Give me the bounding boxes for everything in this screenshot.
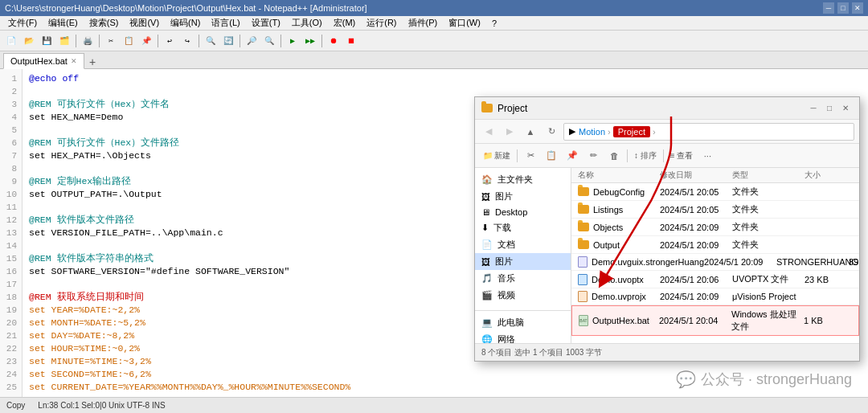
save-button[interactable]: 💾 bbox=[39, 33, 55, 49]
line-number: 17 bbox=[5, 278, 17, 291]
fe-sidebar: 🏠 主文件夹 🖼 图片 🖥 Desktop ⬇ 下载 📄 文档 🖼 图片 bbox=[475, 168, 571, 343]
menu-macro[interactable]: 宏(M) bbox=[329, 17, 361, 29]
fe-cut-btn[interactable]: ✂ bbox=[521, 146, 540, 166]
list-item[interactable]: Demo.uvguix.strongerHuang 2024/5/1 20:09… bbox=[571, 254, 859, 271]
new-button[interactable]: 📄 bbox=[3, 33, 19, 49]
fe-sort-btn[interactable]: ↕ 排序 bbox=[631, 146, 660, 166]
list-item[interactable]: Demo.uvprojx 2024/5/1 20:09 μVision5 Pro… bbox=[571, 288, 859, 305]
line-number: 10 bbox=[5, 188, 17, 201]
menu-plugins[interactable]: 插件(P) bbox=[403, 17, 443, 29]
menu-file[interactable]: 文件(F) bbox=[3, 17, 42, 29]
tab-close-icon[interactable]: ✕ bbox=[71, 57, 77, 65]
breadcrumb-project[interactable]: Project bbox=[613, 126, 650, 137]
fe-rename-btn[interactable]: ✏ bbox=[583, 146, 603, 166]
fe-minimize-button[interactable]: ─ bbox=[806, 101, 821, 116]
sidebar-item-desktop[interactable]: 🖥 Desktop bbox=[475, 205, 571, 219]
file-name-text: Output bbox=[593, 240, 620, 250]
zoom-in-button[interactable]: 🔎 bbox=[244, 33, 260, 49]
line-number: 18 bbox=[5, 291, 17, 304]
minimize-button[interactable]: ─ bbox=[823, 2, 834, 14]
save-all-button[interactable]: 🗂️ bbox=[56, 33, 72, 49]
find-button[interactable]: 🔍 bbox=[203, 33, 219, 49]
fe-copy-btn[interactable]: 📋 bbox=[542, 146, 561, 166]
file-type: 文件夹 bbox=[732, 221, 805, 233]
menu-search[interactable]: 搜索(S) bbox=[84, 17, 124, 29]
folder-icon bbox=[578, 240, 589, 249]
menu-tools[interactable]: 工具(O) bbox=[287, 17, 327, 29]
list-item[interactable]: Objects 2024/5/1 20:09 文件夹 bbox=[571, 219, 859, 236]
menu-help[interactable]: ? bbox=[487, 18, 502, 28]
maximize-button[interactable]: □ bbox=[837, 2, 849, 14]
gallery-icon: 🖼 bbox=[481, 192, 490, 202]
menu-window[interactable]: 窗口(W) bbox=[444, 17, 485, 29]
watermark-text: 公众号 · strongerHuang bbox=[701, 370, 852, 389]
line-number: 4 bbox=[5, 111, 17, 124]
fe-maximize-button[interactable]: □ bbox=[822, 101, 837, 116]
stop-button[interactable]: ⏹ bbox=[343, 33, 359, 49]
sidebar-item-downloads[interactable]: ⬇ 下载 bbox=[475, 219, 571, 236]
run-all-button[interactable]: ▶▶ bbox=[302, 33, 318, 49]
redo-button[interactable]: ↪ bbox=[179, 33, 195, 49]
breadcrumb-motion[interactable]: Motion bbox=[579, 127, 605, 137]
fe-new-icon: 📁 bbox=[483, 151, 493, 160]
window-title: C:\Users\strongerHuang\Desktop\Motion\Pr… bbox=[5, 3, 367, 13]
replace-button[interactable]: 🔄 bbox=[220, 33, 236, 49]
file-icon bbox=[578, 256, 588, 268]
record-button[interactable]: ⏺ bbox=[326, 33, 342, 49]
list-item[interactable]: Output 2024/5/1 20:09 文件夹 bbox=[571, 236, 859, 254]
paste-button[interactable]: 📌 bbox=[138, 33, 154, 49]
menu-edit[interactable]: 编辑(E) bbox=[43, 17, 83, 29]
file-modified: 2024/5/1 20:09 bbox=[704, 257, 776, 267]
sidebar-item-pictures[interactable]: 🖼 图片 bbox=[475, 253, 571, 270]
file-modified: 2024/5/1 20:06 bbox=[660, 275, 732, 284]
sidebar-item-videos[interactable]: 🎬 视频 bbox=[475, 287, 571, 304]
copy-button[interactable]: 📋 bbox=[121, 33, 137, 49]
print-button[interactable]: 🖨️ bbox=[80, 33, 96, 49]
menu-encode[interactable]: 编码(N) bbox=[166, 17, 205, 29]
fe-view-btn[interactable]: ≡ 查看 bbox=[667, 146, 697, 166]
tab-outputhex[interactable]: OutputHex.bat ✕ bbox=[3, 53, 84, 69]
menu-settings[interactable]: 设置(T) bbox=[247, 17, 285, 29]
list-item[interactable]: Listings 2024/5/1 20:05 文件夹 bbox=[571, 201, 859, 219]
fe-more-btn[interactable]: ··· bbox=[698, 146, 717, 166]
undo-button[interactable]: ↩ bbox=[162, 33, 178, 49]
run-button[interactable]: ▶ bbox=[285, 33, 301, 49]
pictures-icon: 🖼 bbox=[481, 257, 490, 267]
home-icon: 🏠 bbox=[481, 174, 493, 185]
fe-delete-btn[interactable]: 🗑 bbox=[604, 146, 624, 166]
fe-refresh-button[interactable]: ↻ bbox=[542, 123, 560, 141]
fe-back-button[interactable]: ◀ bbox=[480, 123, 497, 141]
fe-forward-button[interactable]: ▶ bbox=[501, 123, 518, 141]
list-item[interactable]: DebugConfig 2024/5/1 20:05 文件夹 bbox=[571, 183, 859, 201]
breadcrumb-icon: ▶ bbox=[569, 126, 575, 137]
sidebar-section-network: 💻 此电脑 🌐 网络 bbox=[475, 310, 571, 343]
fe-up-button[interactable]: ▲ bbox=[522, 123, 539, 141]
sidebar-item-desktop-label: Desktop bbox=[495, 207, 527, 217]
sidebar-item-documents[interactable]: 📄 文档 bbox=[475, 236, 571, 253]
fe-tb-sep3 bbox=[663, 149, 664, 162]
menu-run[interactable]: 运行(R) bbox=[362, 17, 401, 29]
desktop-icon: 🖥 bbox=[481, 207, 490, 217]
menu-view[interactable]: 视图(V) bbox=[125, 17, 164, 29]
sidebar-item-gallery[interactable]: 🖼 图片 bbox=[475, 188, 571, 205]
fe-new-button[interactable]: 📁 新建 bbox=[480, 146, 514, 166]
close-button[interactable]: ✕ bbox=[852, 2, 863, 14]
sidebar-item-thispc[interactable]: 💻 此电脑 bbox=[475, 314, 571, 331]
tab-bar: OutputHex.bat ✕ + bbox=[0, 51, 868, 69]
file-explorer: Project ─ □ ✕ ◀ ▶ ▲ ↻ ▶ Motion › Project… bbox=[474, 96, 860, 362]
sidebar-item-music[interactable]: 🎵 音乐 bbox=[475, 270, 571, 287]
fe-body: 🏠 主文件夹 🖼 图片 🖥 Desktop ⬇ 下载 📄 文档 🖼 图片 bbox=[475, 168, 859, 343]
menu-language[interactable]: 语言(L) bbox=[207, 17, 244, 29]
cut-button[interactable]: ✂ bbox=[103, 33, 119, 49]
sidebar-item-network[interactable]: 🌐 网络 bbox=[475, 331, 571, 343]
new-tab-button[interactable]: + bbox=[84, 55, 100, 68]
list-item[interactable]: BAT OutputHex.bat 2024/5/1 20:04 Windows… bbox=[571, 305, 859, 336]
col-size: 大小 bbox=[805, 170, 853, 181]
fe-paste-btn[interactable]: 📌 bbox=[563, 146, 582, 166]
sidebar-item-home[interactable]: 🏠 主文件夹 bbox=[475, 171, 571, 188]
zoom-out-button[interactable]: 🔍 bbox=[261, 33, 277, 49]
open-button[interactable]: 📂 bbox=[21, 33, 37, 49]
fe-close-button[interactable]: ✕ bbox=[838, 101, 853, 116]
toolbar-sep-4 bbox=[199, 35, 199, 47]
list-item[interactable]: Demo.uvoptx 2024/5/1 20:06 UVOPTX 文件 23 … bbox=[571, 271, 859, 288]
